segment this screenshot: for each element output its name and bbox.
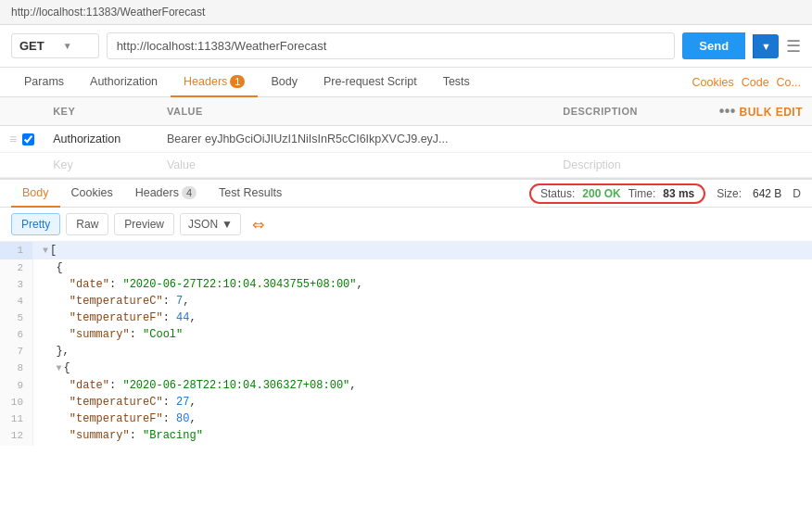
response-extra[interactable]: D — [793, 187, 801, 200]
code-line-3: 3 "date": "2020-06-27T22:10:04.3043755+0… — [0, 276, 812, 293]
code-content-5: "temperatureF": 44, — [33, 310, 197, 326]
response-tab-test-results[interactable]: Test Results — [208, 180, 293, 208]
code-area[interactable]: 1 ▼[ 2 { 3 "date": "2020-06-27T22:10:04.… — [0, 242, 812, 446]
response-tab-headers[interactable]: Headers4 — [124, 180, 208, 208]
tab-prerequest[interactable]: Pre-request Script — [311, 68, 430, 97]
format-label: JSON — [188, 218, 218, 231]
url-input[interactable] — [107, 32, 676, 59]
code-content-10: "temperatureC": 27, — [33, 394, 197, 411]
code-content-1: ▼[ — [33, 242, 57, 259]
line-num-4: 4 — [0, 293, 33, 310]
format-select[interactable]: JSON ▼ — [180, 213, 241, 235]
time-label: Time: — [628, 187, 656, 200]
code-line-12: 12 "summary": "Bracing" — [0, 427, 812, 444]
code-content-11: "temperatureF": 80, — [33, 411, 197, 427]
header-description — [553, 126, 677, 153]
line-num-3: 3 — [0, 276, 33, 293]
tab-body[interactable]: Body — [258, 68, 311, 97]
row-checkbox[interactable] — [22, 133, 34, 145]
send-dropdown-button[interactable]: ▼ — [753, 34, 779, 58]
request-tabs-right: Cookies Code Co... — [692, 76, 801, 89]
header-row-authorization: ≡ Authorization Bearer eyJhbGciOiJIUzI1N… — [0, 126, 812, 153]
tab-tests[interactable]: Tests — [430, 68, 483, 97]
col-value: VALUE — [158, 97, 553, 126]
body-toolbar: Pretty Raw Preview JSON ▼ ⇔ — [0, 208, 812, 242]
code-line-2: 2 { — [0, 259, 812, 276]
line-num-11: 11 — [0, 411, 33, 427]
line-num-7: 7 — [0, 343, 33, 360]
raw-button[interactable]: Raw — [66, 213, 108, 235]
send-button[interactable]: Send — [682, 32, 745, 59]
headers-badge: 1 — [230, 75, 245, 88]
code-content-6: "summary": "Cool" — [33, 326, 183, 343]
header-key: Authorization — [44, 126, 158, 153]
response-headers-badge: 4 — [182, 186, 197, 199]
format-arrow-icon: ▼ — [222, 218, 233, 231]
col-key: KEY — [44, 97, 158, 126]
code-content-4: "temperatureC": 7, — [33, 293, 189, 310]
status-info: Status: 200 OK Time: 83 ms Size: 642 B D — [529, 183, 801, 204]
more-link[interactable]: Co... — [777, 76, 801, 89]
code-line-10: 10 "temperatureC": 27, — [0, 394, 812, 411]
more-options-icon[interactable]: ••• — [719, 103, 736, 119]
tab-params[interactable]: Params — [11, 68, 77, 97]
pretty-button[interactable]: Pretty — [11, 213, 60, 235]
status-label: Status: — [540, 187, 575, 200]
placeholder-desc[interactable]: Description — [553, 153, 677, 178]
request-bar: GET ▼ Send ▼ ☰ — [0, 25, 812, 68]
size-label: Size: — [717, 187, 742, 200]
method-select[interactable]: GET ▼ — [11, 33, 99, 58]
status-value: 200 OK — [582, 187, 620, 200]
code-link[interactable]: Code — [742, 76, 769, 89]
line-num-12: 12 — [0, 427, 33, 444]
code-line-7: 7 }, — [0, 343, 812, 360]
line-num-9: 9 — [0, 377, 33, 394]
headers-table: KEY VALUE DESCRIPTION ••• Bulk Edit ≡ Au… — [0, 97, 812, 178]
preview-button[interactable]: Preview — [114, 213, 174, 235]
url-bar-text: http://localhost:11383/WeatherForecast — [11, 6, 205, 19]
drag-handle-icon: ≡ — [9, 132, 17, 146]
code-line-11: 11 "temperatureF": 80, — [0, 411, 812, 427]
code-line-1: 1 ▼[ — [0, 242, 812, 259]
code-content-12: "summary": "Bracing" — [33, 427, 203, 444]
cookies-link[interactable]: Cookies — [692, 76, 734, 89]
code-line-13: 13 }, — [0, 444, 812, 446]
method-label: GET — [19, 39, 44, 53]
line-num-1: 1 — [0, 242, 33, 259]
size-value: 642 B — [753, 187, 781, 200]
code-content-9: "date": "2020-06-28T22:10:04.306327+08:0… — [33, 377, 356, 394]
code-content-3: "date": "2020-06-27T22:10:04.3043755+08:… — [33, 276, 363, 293]
response-section: Body Cookies Headers4 Test Results Statu… — [0, 178, 812, 446]
col-description: DESCRIPTION — [553, 97, 677, 126]
line-num-13: 13 — [0, 444, 33, 446]
tab-authorization[interactable]: Authorization — [77, 68, 171, 97]
response-tabs-row: Body Cookies Headers4 Test Results Statu… — [0, 180, 812, 208]
code-line-9: 9 "date": "2020-06-28T22:10:04.306327+08… — [0, 377, 812, 394]
wrap-icon[interactable]: ⇔ — [252, 216, 264, 234]
time-value: 83 ms — [663, 187, 694, 200]
code-content-2: { — [33, 259, 63, 276]
code-line-6: 6 "summary": "Cool" — [0, 326, 812, 343]
bulk-edit-button[interactable]: Bulk Edit — [740, 106, 804, 119]
code-line-5: 5 "temperatureF": 44, — [0, 310, 812, 326]
line-num-5: 5 — [0, 310, 33, 326]
line-num-10: 10 — [0, 394, 33, 411]
code-line-4: 4 "temperatureC": 7, — [0, 293, 812, 310]
header-value: Bearer eyJhbGciOiJIUzI1NiIsInR5cCI6IkpXV… — [158, 126, 553, 153]
method-arrow-icon: ▼ — [63, 41, 72, 51]
code-content-8: ▼{ — [33, 360, 70, 377]
url-bar-top: http://localhost:11383/WeatherForecast — [0, 0, 812, 25]
response-tab-cookies[interactable]: Cookies — [60, 180, 124, 208]
request-tabs-row: Params Authorization Headers1 Body Pre-r… — [0, 68, 812, 97]
status-circled-container: Status: 200 OK Time: 83 ms — [529, 183, 705, 204]
code-content-7: }, — [33, 343, 70, 360]
line-num-8: 8 — [0, 360, 33, 377]
line-num-6: 6 — [0, 326, 33, 343]
tab-headers[interactable]: Headers1 — [171, 68, 258, 97]
placeholder-value[interactable]: Value — [158, 153, 553, 178]
placeholder-key[interactable]: Key — [44, 153, 158, 178]
line-num-2: 2 — [0, 259, 33, 276]
extra-icon: ☰ — [786, 36, 801, 57]
code-content-13: }, — [33, 444, 70, 446]
response-tab-body[interactable]: Body — [11, 180, 60, 208]
